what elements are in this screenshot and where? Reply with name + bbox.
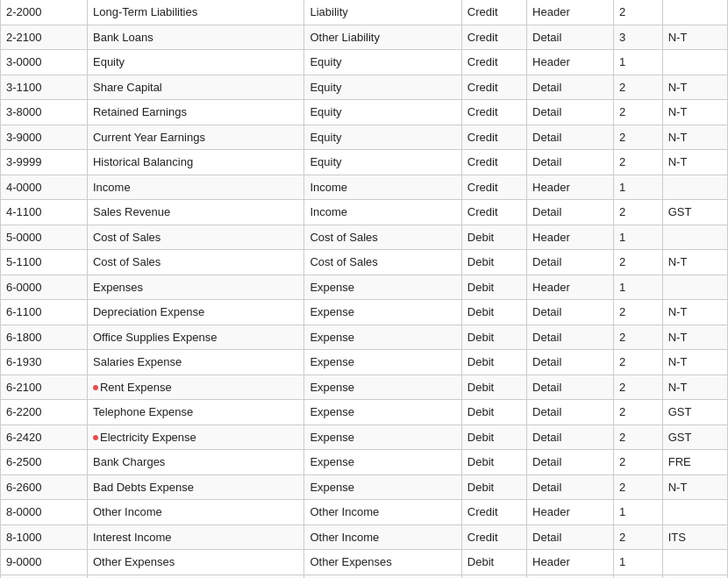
table-row[interactable]: 4-0000IncomeIncomeCreditHeader1 xyxy=(1,175,728,200)
table-row[interactable]: 6-2420Electricity ExpenseExpenseDebitDet… xyxy=(1,425,728,450)
account-hd: Header xyxy=(527,500,614,525)
table-row[interactable]: 6-2600Bad Debts ExpenseExpenseDebitDetai… xyxy=(1,475,728,500)
account-type: Expense xyxy=(304,400,461,425)
account-type: Other Expense xyxy=(304,574,461,578)
table-row[interactable]: 6-2500Bank ChargesExpenseDebitDetail2FRE xyxy=(1,450,728,475)
table-row[interactable]: 6-1930Salaries ExpenseExpenseDebitDetail… xyxy=(1,350,728,375)
account-hd: Header xyxy=(527,175,614,200)
account-hd: Detail xyxy=(527,125,614,150)
account-hd: Detail xyxy=(527,150,614,175)
account-level: 2 xyxy=(614,250,663,275)
table-row[interactable]: 6-2200Telephone ExpenseExpenseDebitDetai… xyxy=(1,400,728,425)
account-hd: Header xyxy=(527,225,614,250)
table-row[interactable]: 3-9999Historical BalancingEquityCreditDe… xyxy=(1,150,728,175)
account-tax xyxy=(662,500,727,525)
table-row[interactable]: 3-9000Current Year EarningsEquityCreditD… xyxy=(1,125,728,150)
account-type: Equity xyxy=(304,75,461,100)
account-hd: Detail xyxy=(527,200,614,225)
account-code: 6-0000 xyxy=(1,275,88,300)
table-row[interactable]: 5-0000Cost of SalesCost of SalesDebitHea… xyxy=(1,225,728,250)
account-tax: GST xyxy=(662,425,727,450)
account-level: 2 xyxy=(614,100,663,125)
account-level: 2 xyxy=(614,375,663,400)
account-dc: Credit xyxy=(461,150,526,175)
account-code: 6-2420 xyxy=(1,425,88,450)
account-tax xyxy=(662,550,727,575)
table-row[interactable]: 8-1000Interest IncomeOther IncomeCreditD… xyxy=(1,524,728,550)
account-hd: Detail xyxy=(527,250,614,275)
account-tax xyxy=(662,275,727,300)
account-level: 2 xyxy=(614,150,663,175)
table-row[interactable]: 3-1100Share CapitalEquityCreditDetail2N-… xyxy=(1,75,728,100)
account-code: 6-2100 xyxy=(1,375,88,400)
account-tax xyxy=(662,175,727,200)
account-tax: N-T xyxy=(662,75,727,100)
table-row[interactable]: 9-0000Other ExpensesOther ExpensesDebitH… xyxy=(1,550,728,575)
account-dc: Debit xyxy=(461,574,526,578)
account-name: Equity xyxy=(87,50,303,75)
account-code: 6-2500 xyxy=(1,450,88,475)
account-type: Income xyxy=(304,175,461,200)
table-row[interactable]: 2-2000Long-Term LiabilitiesLiabilityCred… xyxy=(1,0,728,25)
account-name: Office Supplies Expense xyxy=(87,325,303,350)
account-hd: Detail xyxy=(527,100,614,125)
account-code: 3-0000 xyxy=(1,50,88,75)
table-row[interactable]: 2-2100Bank LoansOther LiabilityCreditDet… xyxy=(1,25,728,50)
account-level: 2 xyxy=(614,450,663,475)
account-dc: Credit xyxy=(461,100,526,125)
account-name: Retained Earnings xyxy=(87,100,303,125)
account-tax: GST xyxy=(662,400,727,425)
account-type: Cost of Sales xyxy=(304,225,461,250)
account-name: Share Capital xyxy=(87,75,303,100)
table-row[interactable]: 8-0000Other IncomeOther IncomeCreditHead… xyxy=(1,500,728,525)
account-hd: Detail xyxy=(527,325,614,350)
table-row[interactable]: 3-8000Retained EarningsEquityCreditDetai… xyxy=(1,100,728,125)
table-row[interactable]: 9-1000Interest ExpenseOther ExpenseDebit… xyxy=(1,574,728,578)
account-level: 2 xyxy=(614,524,663,550)
account-dc: Debit xyxy=(461,475,526,500)
account-dc: Debit xyxy=(461,375,526,400)
account-dc: Debit xyxy=(461,300,526,325)
account-dc: Debit xyxy=(461,425,526,450)
account-type: Other Income xyxy=(304,500,461,525)
account-code: 5-0000 xyxy=(1,225,88,250)
table-row[interactable]: 6-2100Rent ExpenseExpenseDebitDetail2N-T xyxy=(1,375,728,400)
account-hd: Detail xyxy=(527,475,614,500)
account-tax: N-T xyxy=(662,325,727,350)
account-level: 2 xyxy=(614,325,663,350)
account-dc: Debit xyxy=(461,325,526,350)
account-code: 6-2200 xyxy=(1,400,88,425)
account-type: Liability xyxy=(304,0,461,25)
account-type: Expense xyxy=(304,300,461,325)
account-code: 4-1100 xyxy=(1,200,88,225)
table-row[interactable]: 6-0000ExpensesExpenseDebitHeader1 xyxy=(1,275,728,300)
account-name: Bank Loans xyxy=(87,25,303,50)
table-row[interactable]: 3-0000EquityEquityCreditHeader1 xyxy=(1,50,728,75)
account-name: Cost of Sales xyxy=(87,250,303,275)
account-dc: Credit xyxy=(461,0,526,25)
account-level: 1 xyxy=(614,500,663,525)
account-tax xyxy=(662,225,727,250)
account-level: 1 xyxy=(614,225,663,250)
account-level: 2 xyxy=(614,574,663,578)
table-row[interactable]: 5-1100Cost of SalesCost of SalesDebitDet… xyxy=(1,250,728,275)
account-level: 2 xyxy=(614,350,663,375)
account-tax: N-T xyxy=(662,150,727,175)
table-row[interactable]: 4-1100Sales RevenueIncomeCreditDetail2GS… xyxy=(1,200,728,225)
account-type: Expense xyxy=(304,325,461,350)
accounts-table: 2-2000Long-Term LiabilitiesLiabilityCred… xyxy=(0,0,728,578)
account-type: Expense xyxy=(304,475,461,500)
table-row[interactable]: 6-1100Depreciation ExpenseExpenseDebitDe… xyxy=(1,300,728,325)
account-type: Other Liability xyxy=(304,25,461,50)
row-marker-dot xyxy=(93,435,98,440)
account-tax: N-T xyxy=(662,300,727,325)
table-row[interactable]: 6-1800Office Supplies ExpenseExpenseDebi… xyxy=(1,325,728,350)
account-name: Depreciation Expense xyxy=(87,300,303,325)
account-type: Expense xyxy=(304,375,461,400)
account-level: 1 xyxy=(614,275,663,300)
account-name: Cost of Sales xyxy=(87,225,303,250)
account-hd: Header xyxy=(527,50,614,75)
account-level: 2 xyxy=(614,475,663,500)
account-code: 3-9000 xyxy=(1,125,88,150)
account-code: 2-2000 xyxy=(1,0,88,25)
